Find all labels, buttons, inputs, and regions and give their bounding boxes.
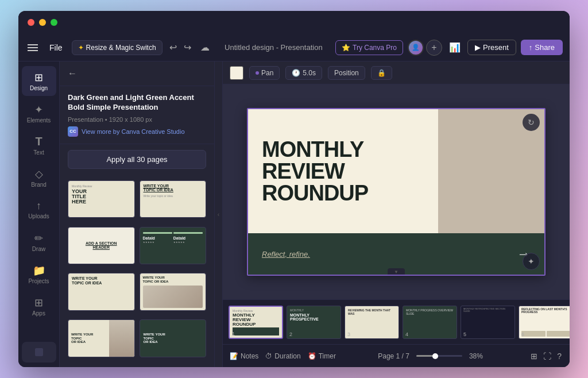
sidebar-item-draw[interactable]: ✏ Draw <box>22 227 56 257</box>
fullscreen-button[interactable] <box>51 19 57 26</box>
slide-tagline: Reflect, refine. <box>262 250 310 259</box>
magic-star-icon: ✦ <box>78 44 84 52</box>
sidebar-item-elements[interactable]: ✦ Elements <box>22 98 56 128</box>
redo-button[interactable]: ↪ <box>181 40 194 55</box>
pro-star-icon: ⭐ <box>342 44 350 52</box>
template-thumb-2[interactable]: WRITE YOURTOPIC OR IDEA Write your topic… <box>140 180 207 218</box>
filmstrip-thumb-3[interactable]: REVIEWING THE MONTH THAT WAS 3 <box>345 306 399 339</box>
tmpl-add-section: ADD A SECTIONHEADER <box>72 241 131 249</box>
thumb-num-1: 1 <box>232 331 235 337</box>
sidebar-item-label: Text <box>33 149 44 156</box>
sidebar-item-label: Brand <box>31 182 47 188</box>
slider-thumb[interactable] <box>432 353 438 359</box>
refresh-button[interactable]: ↻ <box>523 114 540 131</box>
thumb-num-2: 2 <box>289 331 292 337</box>
ft5-title: MONTHLY RETROSPECTIVE SECTION SLIDE <box>463 308 512 314</box>
sidebar-item-uploads[interactable]: ↑ Uploads <box>22 195 56 225</box>
zoom-percentage: 38% <box>469 352 488 360</box>
duration-button[interactable]: ⏱ Duration <box>265 352 300 360</box>
filmstrip-thumb-1[interactable]: Monthly Review MONTHLYREVIEWROUNDUP 1 <box>229 306 283 339</box>
apply-all-button[interactable]: Apply all 30 pages <box>68 150 206 169</box>
template-thumb-4[interactable]: DataId ★★★★★ DataId ★★★★★ <box>140 227 207 265</box>
duration-button[interactable]: 🕐 5.0s <box>285 66 322 80</box>
close-button[interactable] <box>28 19 34 26</box>
cloud-save-button[interactable]: ☁ <box>198 40 212 55</box>
avatar: 👤 <box>408 40 424 56</box>
templates-panel: ← Dark Green and Light Green Accent Bold… <box>60 61 215 367</box>
notes-icon: 📝 <box>230 352 238 360</box>
slider-track <box>416 355 462 357</box>
sidebar-item-projects[interactable]: 📁 Projects <box>22 259 56 289</box>
present-icon: ▶ <box>475 43 481 52</box>
grid-view-button[interactable]: ⊞ <box>529 350 539 362</box>
tmpl-write-topic2: WRITE YOURTOPIC OR IDEA <box>143 276 203 283</box>
background-color-swatch[interactable] <box>230 66 243 80</box>
help-button[interactable]: ? <box>556 350 563 362</box>
sidebar-item-text[interactable]: T Text <box>22 130 56 160</box>
sidebar-bottom-icon <box>35 348 43 356</box>
document-title: Untitled design - Presentation <box>225 43 323 52</box>
minimize-button[interactable] <box>39 19 46 26</box>
sidebar-item-label: Projects <box>28 278 49 284</box>
text-icon: T <box>35 135 42 148</box>
apps-icon: ⊞ <box>34 296 43 309</box>
template-thumb-3[interactable]: ADD A SECTIONHEADER <box>68 227 135 265</box>
analytics-button[interactable]: 📊 <box>447 40 463 55</box>
panel-collapse-handle[interactable]: ‹ <box>215 61 223 367</box>
expand-view-button[interactable]: ⛶ <box>542 350 552 362</box>
template-thumb-6[interactable]: WRITE YOURTOPIC OR IDEA <box>140 273 207 311</box>
present-button[interactable]: ▶ Present <box>467 40 516 55</box>
position-button[interactable]: Position <box>328 66 365 80</box>
sidebar-item-label: Draw <box>32 246 45 252</box>
ft6-title: REFLECTING ON LAST MONTH'S PROGRESS <box>521 308 570 314</box>
elements-icon: ✦ <box>34 103 43 116</box>
tmpl-write-topic: WRITE YOURTOPIC OR IDEA <box>72 276 131 285</box>
ft2-title: MONTHLY PROSPECTIVE <box>290 313 338 321</box>
undo-button[interactable]: ↩ <box>167 40 179 55</box>
share-icon: ↑ <box>529 43 533 52</box>
app-window: File ✦ Resize & Magic Switch ↩ ↪ ☁ Untit… <box>18 11 570 367</box>
filmstrip-thumb-4[interactable]: MONTHLY PROGRESS OVERVIEW SLIDE 4 <box>403 306 457 339</box>
thumb-num-6: 6 <box>521 331 524 337</box>
filmstrip-thumb-2[interactable]: MONTHLY MONTHLY PROSPECTIVE 2 <box>287 306 341 339</box>
draw-icon: ✏ <box>34 232 43 245</box>
menu-button[interactable] <box>25 42 40 53</box>
sidebar-bottom-item[interactable] <box>22 342 56 362</box>
try-canva-pro-button[interactable]: ⭐ Try Canva Pro <box>335 40 403 55</box>
template-info: Dark Green and Light Green Accent Bold S… <box>60 86 214 144</box>
zoom-slider[interactable] <box>416 355 462 357</box>
tmpl-content: Write your topic or idea <box>144 194 203 198</box>
slide-frame[interactable]: MONTHLYREVIEWROUNDUP Reflect, refine. → … <box>247 108 546 276</box>
template-author-link[interactable]: CC View more by Canva Creative Studio <box>68 126 206 137</box>
canvas-main: MONTHLYREVIEWROUNDUP Reflect, refine. → … <box>223 84 570 299</box>
sidebar-item-apps[interactable]: ⊞ Apps <box>22 291 56 321</box>
filmstrip-thumb-6[interactable]: REFLECTING ON LAST MONTH'S PROGRESS 6 <box>519 306 570 339</box>
slide-heading: MONTHLYREVIEWROUNDUP <box>262 138 368 204</box>
filmstrip-thumb-5[interactable]: MONTHLY RETROSPECTIVE SECTION SLIDE 5 <box>461 306 515 339</box>
thumb-num-3: 3 <box>347 331 350 337</box>
template-thumb-7[interactable]: WRITE YOURTOPICOR IDEA <box>68 319 135 357</box>
timer-button[interactable]: ⏰ Timer <box>308 352 336 360</box>
lock-icon: 🔒 <box>377 69 386 77</box>
template-thumb-1[interactable]: Monthly Review YOURTITLEHERE <box>68 180 135 218</box>
lock-button[interactable]: 🔒 <box>371 66 392 80</box>
tmpl-title: YOURTITLEHERE <box>72 189 131 205</box>
magic-ai-button[interactable]: ✦ <box>523 253 540 270</box>
clock-icon: 🕐 <box>292 69 300 77</box>
resize-magic-switch-button[interactable]: ✦ Resize & Magic Switch <box>72 40 163 55</box>
tmpl-write-topic-dark: WRITE YOURTOPICOR IDEA <box>144 333 165 344</box>
add-collaborator-button[interactable]: + <box>426 40 442 56</box>
back-button[interactable]: ← <box>68 68 77 79</box>
sidebar-item-design[interactable]: ⊞ Design <box>22 66 56 96</box>
sidebar-item-brand[interactable]: ◇ Brand <box>22 163 56 192</box>
template-thumb-8[interactable]: WRITE YOURTOPICOR IDEA <box>140 319 207 357</box>
file-button[interactable]: File <box>45 41 67 55</box>
notes-button[interactable]: 📝 Notes <box>230 352 258 360</box>
canvas-area: Pan 🕐 5.0s Position 🔒 <box>223 61 570 367</box>
slide-person-photo <box>447 115 539 210</box>
share-button[interactable]: ↑ Share <box>521 40 563 55</box>
template-thumb-5[interactable]: WRITE YOURTOPIC OR IDEA <box>68 273 135 311</box>
expand-chevron-icon[interactable]: ▼ <box>388 268 405 275</box>
pan-tool-button[interactable]: Pan <box>249 66 280 80</box>
sidebar-item-label: Uploads <box>28 213 49 219</box>
